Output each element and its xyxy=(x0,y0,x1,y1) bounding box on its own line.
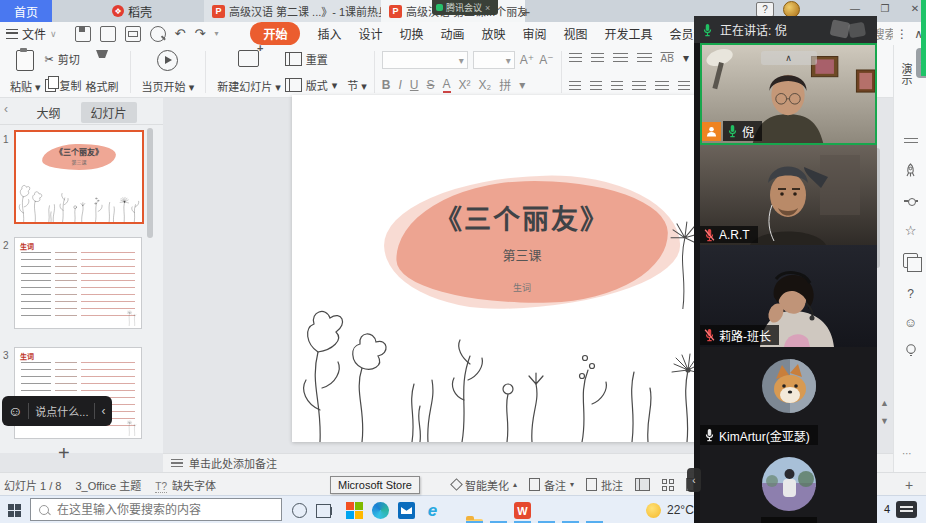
collapse-chat-icon[interactable]: ‹ xyxy=(101,404,105,418)
duplicate-window-icon[interactable] xyxy=(894,253,926,271)
tab-slideshow[interactable]: 放映 xyxy=(482,25,506,42)
font-color-button[interactable]: A xyxy=(443,77,451,93)
slide-sorter-view-icon[interactable] xyxy=(662,479,674,491)
slide-thumbnail-1[interactable]: 《三个丽友》 第三课 xyxy=(14,130,144,224)
decrease-indent-icon[interactable] xyxy=(613,53,628,64)
sidebar-scrollbar[interactable] xyxy=(147,128,153,238)
pinyin-guide-button[interactable]: 拼 xyxy=(499,76,511,93)
weather-sun-icon[interactable] xyxy=(646,503,661,518)
comments-button[interactable]: 批注 xyxy=(586,477,623,493)
redo-icon[interactable]: ↷ xyxy=(195,26,206,41)
weather-temperature[interactable]: 22°C xyxy=(667,503,694,517)
slide-canvas[interactable]: 《三个丽友》 第三课 生词 xyxy=(292,95,752,442)
section-button[interactable]: 节 ▾ xyxy=(347,77,367,93)
add-slide-button[interactable]: + xyxy=(58,442,70,465)
taskbar-search[interactable] xyxy=(30,498,282,521)
cortana-button[interactable] xyxy=(292,503,307,518)
video-tile-lilu[interactable]: 莉路-班长 xyxy=(700,245,877,347)
line-spacing-icon[interactable] xyxy=(678,81,690,92)
task-view-button[interactable] xyxy=(316,504,331,518)
underline-button[interactable]: U xyxy=(410,78,419,92)
help-icon[interactable]: ? xyxy=(894,287,926,301)
next-slide-icon[interactable]: ▼ xyxy=(880,416,889,426)
video-tile-partial[interactable] xyxy=(700,445,877,523)
file-menu[interactable]: 文件 ∨ xyxy=(0,25,65,42)
tab-view[interactable]: 视图 xyxy=(564,25,588,42)
more-options-icon[interactable]: ⋮ xyxy=(896,27,908,41)
theme-name[interactable]: 3_Office 主题 xyxy=(75,477,141,493)
align-center-icon[interactable] xyxy=(590,81,602,92)
format-painter-button[interactable]: 格式刷 xyxy=(82,49,123,95)
strikethrough-button[interactable]: S xyxy=(427,78,435,92)
restore-button[interactable]: ❐ xyxy=(875,2,895,15)
tab-developer[interactable]: 开发工具 xyxy=(605,25,653,42)
justify-icon[interactable] xyxy=(632,81,646,92)
new-tab-button[interactable]: + xyxy=(516,0,536,22)
effects-star-icon[interactable]: ☆ xyxy=(894,223,926,238)
document-tab-1[interactable]: P 高级汉语 第二课 ...》- 1课前热身 • xyxy=(204,0,397,22)
bullet-list-icon[interactable] xyxy=(569,53,582,64)
video-tile-art[interactable]: A.R.T xyxy=(700,145,877,245)
cut-button[interactable]: ✂剪切 xyxy=(45,51,82,67)
close-icon[interactable]: × xyxy=(485,3,490,13)
tab-outline[interactable]: 大纲 xyxy=(26,102,70,123)
align-left-icon[interactable] xyxy=(569,81,581,92)
rail-more-dots[interactable]: ⋯ xyxy=(902,448,913,459)
tab-review[interactable]: 审阅 xyxy=(523,25,547,42)
bold-button[interactable]: B xyxy=(382,78,391,92)
play-from-current-button[interactable]: 当页开始 ▾ xyxy=(138,49,199,95)
drag-handle-icon[interactable] xyxy=(894,133,926,147)
meeting-chat-bubble[interactable]: ☺ 说点什么... ‹ xyxy=(2,396,112,426)
idea-bulb-icon[interactable] xyxy=(894,343,926,361)
distribute-icon[interactable] xyxy=(655,81,669,92)
superscript-button[interactable]: X² xyxy=(459,78,471,92)
subscript-button[interactable]: X₂ xyxy=(479,78,492,92)
meeting-window-peek[interactable]: 腾讯会议 × xyxy=(432,0,498,15)
reset-button[interactable]: 重置 xyxy=(285,51,367,67)
tab-docer[interactable]: ❖ 稻壳 xyxy=(112,0,152,22)
microsoft-store-icon[interactable] xyxy=(346,502,363,519)
normal-view-icon[interactable] xyxy=(635,478,650,491)
internet-explorer-icon[interactable]: e xyxy=(424,502,441,519)
increase-indent-icon[interactable] xyxy=(637,53,652,64)
help-button[interactable]: ? xyxy=(756,2,774,17)
smart-beautify-button[interactable]: 智能美化▴ xyxy=(452,477,517,493)
video-tile-ni[interactable]: ∧ 倪 xyxy=(700,43,877,145)
tab-insert[interactable]: 插入 xyxy=(317,25,341,42)
export-icon[interactable] xyxy=(100,26,116,42)
previous-slide-icon[interactable]: ▲ xyxy=(880,398,889,408)
print-icon[interactable] xyxy=(125,26,141,42)
paste-button[interactable]: 粘贴 ▾ xyxy=(6,49,45,95)
edge-browser-icon[interactable] xyxy=(372,502,389,519)
chevron-down-icon[interactable]: ▾ xyxy=(214,29,218,38)
text-direction-icon[interactable]: AB xyxy=(661,53,674,64)
missing-font-indicator[interactable]: T? 缺失字体 xyxy=(155,477,216,493)
print-preview-icon[interactable] xyxy=(150,26,166,42)
tab-design[interactable]: 设计 xyxy=(358,25,382,42)
tab-transition[interactable]: 切换 xyxy=(399,25,423,42)
font-size-select[interactable]: ▾ xyxy=(473,51,515,69)
decrease-font-icon[interactable]: A⁻ xyxy=(539,53,553,67)
taskbar-search-input[interactable] xyxy=(55,502,259,518)
layout-button[interactable]: 版式 ▾ 节 ▾ xyxy=(285,77,367,93)
tab-home[interactable]: 首页 xyxy=(0,0,52,22)
wps-office-icon[interactable]: W xyxy=(514,502,531,519)
rocket-icon[interactable] xyxy=(894,163,926,181)
ime-input-icon[interactable] xyxy=(896,501,917,518)
video-tile-kimartur[interactable]: KimArtur(金亚瑟) xyxy=(700,347,877,445)
start-button[interactable] xyxy=(8,504,21,517)
notes-button[interactable]: 备注▾ xyxy=(529,477,574,493)
numbered-list-icon[interactable] xyxy=(591,53,604,64)
emoji-icon[interactable]: ☺ xyxy=(8,403,22,419)
feedback-icon[interactable]: ☺ xyxy=(894,315,926,330)
new-slide-button[interactable]: 新建幻灯片 ▾ xyxy=(213,49,285,95)
chat-input-placeholder[interactable]: 说点什么... xyxy=(35,403,88,419)
mail-app-icon[interactable] xyxy=(398,502,415,519)
zoom-in-button[interactable]: + xyxy=(905,477,913,493)
align-right-icon[interactable] xyxy=(611,81,623,92)
minimize-button[interactable]: — xyxy=(845,2,865,15)
font-family-select[interactable]: ▾ xyxy=(382,51,468,69)
copy-button[interactable]: 复制 xyxy=(45,77,82,93)
save-icon[interactable] xyxy=(75,26,91,42)
tab-slides[interactable]: 幻灯片 xyxy=(81,102,137,123)
